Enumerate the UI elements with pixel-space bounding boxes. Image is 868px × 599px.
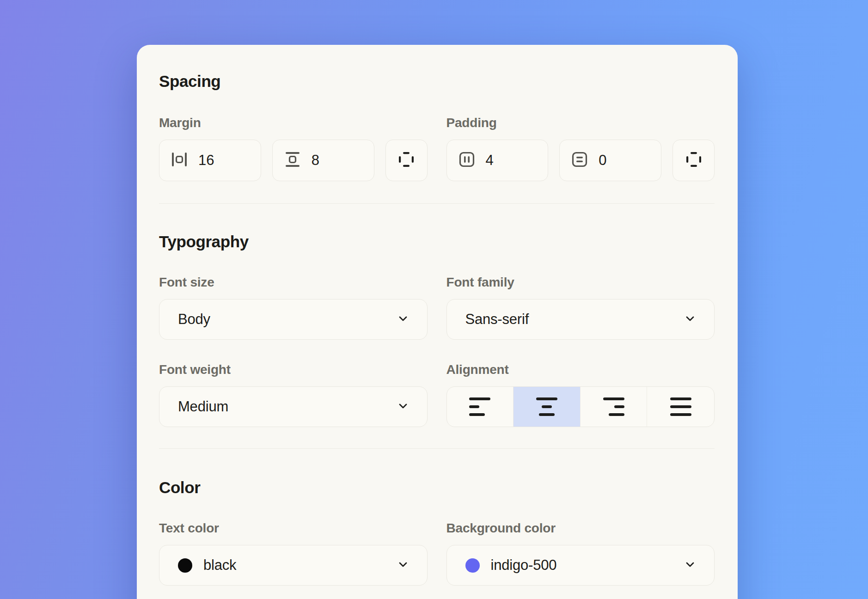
margin-vertical-value: 8 (312, 152, 319, 169)
padding-group: Padding 4 (446, 116, 715, 181)
align-justify-button[interactable] (647, 387, 714, 427)
background-color-label: Background color (446, 521, 715, 536)
margin-individual-sides-icon (397, 151, 415, 170)
background-color-value: indigo-500 (491, 557, 684, 574)
style-inspector-panel: Spacing Margin 16 (137, 45, 738, 599)
font-family-group: Font family Sans-serif (446, 275, 715, 340)
spacing-section-title: Spacing (159, 72, 715, 91)
margin-vertical-icon (284, 151, 301, 170)
margin-individual-sides-button[interactable] (385, 140, 428, 181)
text-color-value: black (203, 557, 397, 574)
font-family-label: Font family (446, 275, 715, 290)
font-size-dropdown[interactable]: Body (159, 299, 428, 340)
align-left-button[interactable] (447, 387, 514, 427)
chevron-down-icon (684, 558, 697, 573)
font-weight-value: Medium (178, 398, 397, 415)
margin-horizontal-value: 16 (198, 152, 214, 169)
alignment-segmented-control (446, 386, 715, 427)
padding-individual-sides-button[interactable] (672, 140, 715, 181)
alignment-label: Alignment (446, 362, 715, 377)
font-weight-dropdown[interactable]: Medium (159, 386, 428, 427)
margin-label: Margin (159, 116, 428, 130)
chevron-down-icon (397, 312, 410, 327)
background-color-swatch (465, 558, 480, 573)
font-size-group: Font size Body (159, 275, 428, 340)
padding-label: Padding (446, 116, 715, 130)
padding-vertical-icon (571, 151, 588, 170)
margin-group: Margin 16 (159, 116, 428, 181)
font-weight-label: Font weight (159, 362, 428, 377)
margin-horizontal-icon (171, 151, 188, 170)
align-left-icon (469, 397, 490, 416)
padding-individual-sides-icon (685, 151, 703, 170)
section-divider (159, 448, 715, 449)
section-divider (159, 203, 715, 204)
text-color-label: Text color (159, 521, 428, 536)
align-justify-icon (670, 397, 691, 416)
text-color-swatch (178, 558, 192, 573)
margin-vertical-input[interactable]: 8 (272, 140, 374, 181)
padding-horizontal-value: 4 (486, 152, 494, 169)
padding-horizontal-icon (458, 151, 476, 170)
margin-horizontal-input[interactable]: 16 (159, 140, 261, 181)
font-weight-group: Font weight Medium (159, 362, 428, 427)
color-section-title: Color (159, 478, 715, 497)
chevron-down-icon (684, 312, 697, 327)
padding-vertical-input[interactable]: 0 (559, 140, 661, 181)
padding-horizontal-input[interactable]: 4 (446, 140, 549, 181)
padding-vertical-value: 0 (599, 152, 606, 169)
align-right-icon (603, 397, 624, 416)
font-family-value: Sans-serif (465, 311, 684, 328)
align-center-icon (536, 397, 557, 416)
align-center-button[interactable] (513, 387, 581, 427)
font-size-value: Body (178, 311, 397, 328)
text-color-dropdown[interactable]: black (159, 545, 428, 586)
chevron-down-icon (397, 558, 410, 573)
typography-section-title: Typography (159, 232, 715, 251)
text-color-group: Text color black (159, 521, 428, 586)
background-color-dropdown[interactable]: indigo-500 (446, 545, 715, 586)
align-right-button[interactable] (581, 387, 648, 427)
font-size-label: Font size (159, 275, 428, 290)
chevron-down-icon (397, 399, 410, 414)
alignment-group: Alignment (446, 362, 715, 427)
background-color-group: Background color indigo-500 (446, 521, 715, 586)
font-family-dropdown[interactable]: Sans-serif (446, 299, 715, 340)
